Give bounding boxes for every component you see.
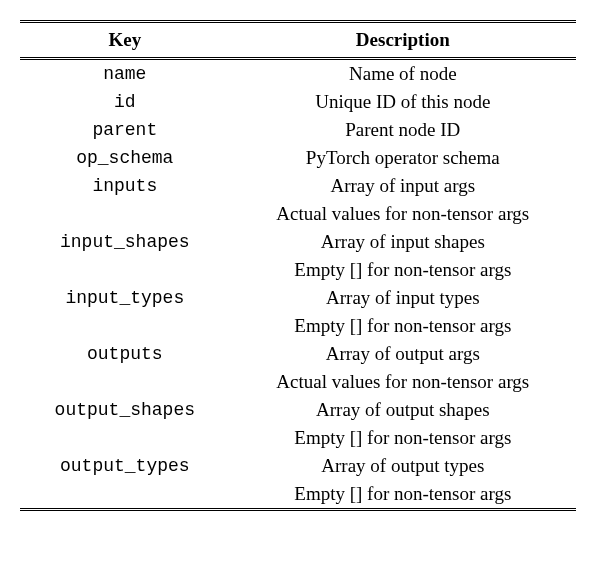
- table-row: nameName of node: [20, 59, 576, 89]
- header-key: Key: [20, 22, 230, 59]
- table-row: output_shapesArray of output shapes: [20, 396, 576, 424]
- table-row: Actual values for non-tensor args: [20, 368, 576, 396]
- table-row: inputsArray of input args: [20, 172, 576, 200]
- cell-desc: Array of input args: [230, 172, 576, 200]
- cell-desc: Parent node ID: [230, 116, 576, 144]
- cell-key: output_shapes: [20, 396, 230, 424]
- table-row: op_schemaPyTorch operator schema: [20, 144, 576, 172]
- cell-key: [20, 480, 230, 510]
- cell-key: op_schema: [20, 144, 230, 172]
- table-row: Empty [] for non-tensor args: [20, 424, 576, 452]
- table-row: parentParent node ID: [20, 116, 576, 144]
- cell-desc: Empty [] for non-tensor args: [230, 480, 576, 510]
- cell-desc: Array of input shapes: [230, 228, 576, 256]
- cell-key: id: [20, 88, 230, 116]
- table-row: output_typesArray of output types: [20, 452, 576, 480]
- cell-key: input_types: [20, 284, 230, 312]
- cell-desc: Array of output types: [230, 452, 576, 480]
- schema-table: Key Description nameName of node idUniqu…: [20, 20, 576, 511]
- table-header-row: Key Description: [20, 22, 576, 59]
- table-row: Empty [] for non-tensor args: [20, 312, 576, 340]
- cell-key: [20, 424, 230, 452]
- cell-desc: Empty [] for non-tensor args: [230, 424, 576, 452]
- cell-desc: Array of output args: [230, 340, 576, 368]
- table-row: Actual values for non-tensor args: [20, 200, 576, 228]
- cell-key: [20, 200, 230, 228]
- cell-desc: Actual values for non-tensor args: [230, 368, 576, 396]
- cell-key: name: [20, 59, 230, 89]
- cell-desc: Unique ID of this node: [230, 88, 576, 116]
- cell-key: outputs: [20, 340, 230, 368]
- cell-desc: Empty [] for non-tensor args: [230, 312, 576, 340]
- cell-desc: Name of node: [230, 59, 576, 89]
- table-body: nameName of node idUnique ID of this nod…: [20, 59, 576, 510]
- table-row: outputsArray of output args: [20, 340, 576, 368]
- cell-desc: Array of input types: [230, 284, 576, 312]
- table-row: input_typesArray of input types: [20, 284, 576, 312]
- cell-key: inputs: [20, 172, 230, 200]
- cell-key: parent: [20, 116, 230, 144]
- cell-desc: Array of output shapes: [230, 396, 576, 424]
- cell-key: [20, 368, 230, 396]
- table-row: input_shapesArray of input shapes: [20, 228, 576, 256]
- table-row: Empty [] for non-tensor args: [20, 480, 576, 510]
- cell-desc: PyTorch operator schema: [230, 144, 576, 172]
- cell-key: [20, 312, 230, 340]
- cell-key: [20, 256, 230, 284]
- table-row: Empty [] for non-tensor args: [20, 256, 576, 284]
- header-description: Description: [230, 22, 576, 59]
- table-row: idUnique ID of this node: [20, 88, 576, 116]
- cell-desc: Empty [] for non-tensor args: [230, 256, 576, 284]
- cell-key: output_types: [20, 452, 230, 480]
- cell-key: input_shapes: [20, 228, 230, 256]
- cell-desc: Actual values for non-tensor args: [230, 200, 576, 228]
